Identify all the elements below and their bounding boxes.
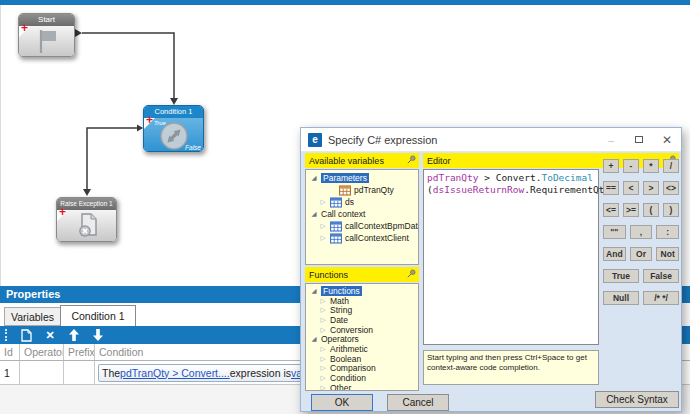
add-condition-icon[interactable]: +: [146, 114, 153, 126]
tree-item-label: Parameters: [321, 173, 369, 183]
operator-button-/* */[interactable]: /* */: [643, 291, 679, 305]
move-down-icon[interactable]: [91, 328, 105, 342]
add-condition-icon[interactable]: +: [21, 22, 28, 34]
operator-button->=[interactable]: >=: [623, 203, 639, 217]
available-variables-tree: ◢ParameterspdTranQty▷ds◢Call context▷cal…: [305, 169, 419, 265]
flag-icon: [36, 28, 58, 57]
operator-buttons: +-*/==<><><=>=()"",:AndOrNotTrueFalseNul…: [603, 159, 679, 313]
cell-operator[interactable]: [20, 361, 64, 384]
operator-button-False[interactable]: False: [643, 269, 679, 283]
operator-button-Not[interactable]: Not: [656, 247, 679, 261]
pin-icon[interactable]: [407, 155, 416, 166]
operator-button--[interactable]: -: [623, 159, 639, 173]
add-condition-icon[interactable]: +: [59, 206, 66, 218]
tree-item-callcontextclient[interactable]: ▷callContextClient: [306, 232, 418, 244]
operator-button-<>[interactable]: <>: [663, 181, 679, 195]
collapsed-arrow-icon[interactable]: ▷: [319, 306, 327, 314]
condition-text-pre: The: [102, 367, 120, 379]
node-start[interactable]: Start +: [18, 13, 75, 57]
check-syntax-button[interactable]: Check Syntax: [595, 391, 679, 408]
tab-variables[interactable]: Variables: [4, 307, 61, 326]
expanded-arrow-icon[interactable]: ◢: [310, 335, 318, 343]
operator-button-==[interactable]: ==: [603, 181, 619, 195]
new-row-icon[interactable]: [19, 328, 33, 342]
tree-item-comparison[interactable]: ▷Comparison: [306, 364, 418, 374]
editor-hint: Start typing and then press Ctrl+Space t…: [423, 350, 599, 385]
collapsed-arrow-icon[interactable]: ▷: [319, 297, 327, 305]
collapsed-arrow-icon[interactable]: ▷: [319, 326, 327, 334]
tree-item-callcontextbpmdata[interactable]: ▷callContextBpmData: [306, 220, 418, 232]
maximize-icon[interactable]: [625, 129, 653, 151]
expanded-arrow-icon[interactable]: ◢: [310, 287, 318, 295]
expanded-arrow-icon[interactable]: ◢: [310, 174, 318, 182]
node-condition-1[interactable]: Condition 1 + True False: [143, 105, 204, 152]
collapsed-arrow-icon[interactable]: ▷: [319, 374, 327, 382]
operator-button-True[interactable]: True: [603, 269, 639, 283]
tree-item-pdtranqty[interactable]: pdTranQty: [306, 184, 418, 196]
collapsed-arrow-icon[interactable]: ▷: [319, 384, 327, 391]
operator-button-*[interactable]: *: [643, 159, 659, 173]
toolbar-grip[interactable]: [5, 329, 7, 341]
code-token: Convert: [496, 172, 536, 183]
operator-button-<[interactable]: <: [623, 181, 639, 195]
operator-button-,[interactable]: ,: [630, 225, 653, 239]
specify-expression-dialog: e Specify C# expression – ✕ Available va…: [300, 127, 682, 412]
tree-item-label: Functions: [321, 286, 362, 296]
collapsed-arrow-icon[interactable]: ▷: [319, 355, 327, 363]
operator-button-Null[interactable]: Null: [603, 291, 639, 305]
tree-item-label: Operators: [321, 334, 359, 344]
tab-condition-1[interactable]: Condition 1: [60, 305, 136, 326]
operator-button-:[interactable]: :: [656, 225, 679, 239]
code-token: ToDecimal: [541, 172, 592, 183]
tree-item-ds[interactable]: ▷ds: [306, 196, 418, 208]
collapsed-arrow-icon[interactable]: ▷: [319, 198, 327, 206]
tree-item-string[interactable]: ▷String: [306, 305, 418, 315]
collapsed-arrow-icon[interactable]: ▷: [319, 345, 327, 353]
tree-item-label: Conversion: [330, 325, 373, 335]
move-up-icon[interactable]: [67, 328, 81, 342]
tree-item-condition[interactable]: ▷Condition: [306, 373, 418, 383]
tree-item-date[interactable]: ▷Date: [306, 315, 418, 325]
cancel-button[interactable]: Cancel: [387, 394, 449, 411]
operator-button-/[interactable]: /: [663, 159, 679, 173]
tree-item-functions[interactable]: ◢Functions: [306, 286, 418, 296]
tree-item-label: callContextBpmData: [345, 221, 419, 231]
expression-editor[interactable]: pdTranQty > Convert.ToDecimal(dsIssueRet…: [423, 169, 599, 345]
expanded-arrow-icon[interactable]: ◢: [310, 210, 318, 218]
ok-button[interactable]: OK: [311, 394, 373, 411]
tree-item-math[interactable]: ▷Math: [306, 296, 418, 306]
minimize-icon[interactable]: –: [597, 129, 625, 151]
operator-button-+[interactable]: +: [603, 159, 619, 173]
collapsed-arrow-icon[interactable]: ▷: [319, 316, 327, 324]
operator-button-<=[interactable]: <=: [603, 203, 619, 217]
operator-button-Or[interactable]: Or: [630, 247, 653, 261]
code-token: pdTranQty: [427, 172, 478, 183]
tree-item-label: pdTranQty: [354, 185, 394, 195]
collapsed-arrow-icon[interactable]: ▷: [319, 222, 327, 230]
tree-item-call-context[interactable]: ◢Call context: [306, 208, 418, 220]
operator-button-)[interactable]: ): [663, 203, 679, 217]
operator-button-""[interactable]: "": [603, 225, 626, 239]
tree-item-conversion[interactable]: ▷Conversion: [306, 325, 418, 335]
node-raise-exception-1[interactable]: Raise Exception 1 +: [56, 197, 117, 242]
collapsed-arrow-icon[interactable]: ▷: [319, 364, 327, 372]
functions-header: Functions: [305, 267, 419, 282]
operator-button-([interactable]: (: [643, 203, 659, 217]
delete-row-icon[interactable]: ✕: [43, 328, 57, 342]
tree-item-arithmetic[interactable]: ▷Arithmetic: [306, 344, 418, 354]
tree-item-operators[interactable]: ◢Operators: [306, 334, 418, 344]
tree-item-parameters[interactable]: ◢Parameters: [306, 172, 418, 184]
operator-button-And[interactable]: And: [603, 247, 626, 261]
operator-button->[interactable]: >: [643, 181, 659, 195]
pin-icon[interactable]: [407, 269, 416, 280]
tree-item-other[interactable]: ▷Other: [306, 383, 418, 391]
tree-item-boolean[interactable]: ▷Boolean: [306, 354, 418, 364]
tree-item-label: String: [330, 305, 352, 315]
column-header-id: Id: [0, 344, 20, 360]
available-variables-title: Available variables: [309, 156, 384, 166]
dialog-titlebar[interactable]: e Specify C# expression – ✕: [301, 128, 681, 152]
close-icon[interactable]: ✕: [653, 129, 681, 151]
cell-prefix[interactable]: [64, 361, 95, 384]
collapsed-arrow-icon[interactable]: ▷: [319, 234, 327, 242]
expression-link[interactable]: pdTranQty > Convert....: [120, 367, 230, 379]
